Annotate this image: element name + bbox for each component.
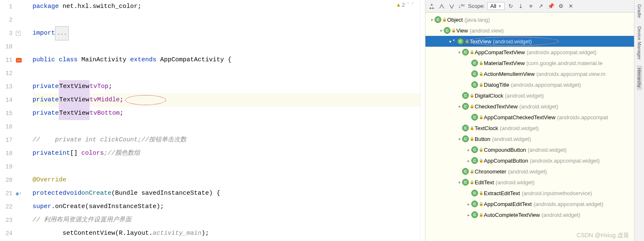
line-number[interactable]: 17	[0, 133, 13, 147]
class-name: ActionMenuItemView	[484, 71, 535, 77]
code-line[interactable]	[33, 67, 420, 80]
line-number[interactable]: 24	[0, 227, 13, 240]
lock-icon: 🔒	[465, 39, 469, 43]
tree-arrow-icon[interactable]: ▾	[456, 50, 462, 55]
fold-toggle-icon[interactable]: +	[16, 31, 20, 36]
tab-device-manager[interactable]: Device Manager	[637, 24, 642, 62]
line-number[interactable]: 21	[0, 187, 13, 200]
code-line[interactable]: import ...	[33, 27, 420, 40]
tree-arrow-icon[interactable]: ▸	[465, 158, 471, 163]
subtypes-icon[interactable]	[448, 3, 455, 10]
code-line[interactable]: private TextView tvTop;	[33, 80, 420, 93]
line-number[interactable]: 10	[0, 40, 13, 53]
sort-icon[interactable]: ↓ªᶻ	[458, 3, 465, 10]
class-hierarchy-icon[interactable]	[428, 3, 435, 10]
editor-marker-bar[interactable]	[420, 0, 425, 241]
tree-arrow-icon[interactable]: ▸	[465, 202, 471, 206]
tree-arrow-icon[interactable]: ▾	[438, 28, 444, 33]
tree-arrow-icon[interactable]: ▾	[447, 39, 453, 44]
tree-arrow-icon[interactable]: ▾	[429, 18, 435, 22]
tree-row-actionmenuitemview[interactable]: C🔒ActionMenuItemView(androidx.appcompat.…	[425, 68, 644, 79]
code-line[interactable]: setContentView(R.layout.activity_main);	[33, 227, 420, 240]
code-line[interactable]: super.onCreate(savedInstanceState);	[33, 200, 420, 213]
line-number[interactable]: 22	[0, 200, 13, 213]
code-line[interactable]	[33, 40, 420, 53]
hierarchy-panel: ↓ªᶻ Scope: All ▼ ↻ ⤓ ≡ ↗ 📌 ⚙ ✕ ▾C🔒Object…	[425, 0, 644, 241]
tree-row-compoundbutton[interactable]: ▸C🔒CompoundButton(android.widget)	[425, 144, 644, 155]
tree-row-appcompatbutton[interactable]: ▸C🔒AppCompatButton(androidx.appcompat.wi…	[425, 155, 644, 166]
gutter-cell	[16, 200, 33, 213]
code-editor[interactable]: package net.hxl.switch_color;import ...p…	[33, 0, 420, 241]
code-line[interactable]: private int[] colors;//颜色数组	[33, 147, 420, 160]
line-number[interactable]: 13	[0, 80, 13, 93]
tree-row-materialtextview[interactable]: C🔒MaterialTextView(com.google.android.ma…	[425, 58, 644, 68]
line-number[interactable]: 12	[0, 67, 13, 80]
hierarchy-tree[interactable]: ▾C🔒Object(java.lang)▾C🔒View(android.view…	[425, 13, 644, 241]
code-line[interactable]: private TextView tvBottom;	[33, 107, 420, 120]
tree-row-chronometer[interactable]: C🔒Chronometer(android.widget)	[425, 166, 644, 177]
scope-dropdown[interactable]: All ▼	[487, 2, 504, 10]
export-icon[interactable]: ↗	[537, 3, 545, 10]
code-line[interactable]	[33, 120, 420, 133]
line-number[interactable]: 19	[0, 160, 13, 173]
line-number[interactable]: 20	[0, 173, 13, 187]
lock-icon: 🔒	[470, 137, 474, 141]
chevron-up-icon[interactable]: ˄	[407, 2, 410, 8]
settings-icon[interactable]: ⚙	[557, 3, 565, 10]
code-line[interactable]: @Override	[33, 173, 420, 187]
code-line[interactable]: package net.hxl.switch_color;	[33, 0, 420, 13]
override-gutter-icon[interactable]: ◉↑	[16, 191, 22, 197]
tree-row-digitalclock[interactable]: C🔒DigitalClock(android.widget)	[425, 90, 644, 101]
gutter-cell	[16, 80, 33, 93]
tree-row-textclock[interactable]: C🔒TextClock(android.widget)	[425, 123, 644, 133]
code-line[interactable]: // 利用布局资源文件设置用户界面	[33, 213, 420, 227]
code-line[interactable]	[33, 160, 420, 173]
tree-arrow-icon[interactable]: ▾	[456, 137, 462, 141]
tree-row-appcompattextview[interactable]: ▾C🔒AppCompatTextView(androidx.appcompat.…	[425, 47, 644, 58]
tree-row-extractedittext[interactable]: C🔒ExtractEditText(android.inputmethodser…	[425, 188, 644, 198]
line-number[interactable]: 14	[0, 93, 13, 107]
tree-arrow-icon[interactable]: ▸	[465, 148, 471, 152]
autoscroll-icon[interactable]: ⤓	[517, 3, 525, 10]
tree-row-view[interactable]: ▾C🔒View(android.view)	[425, 25, 644, 36]
lock-icon: 🔒	[479, 83, 483, 87]
tree-row-edittext[interactable]: ▾C🔒EditText(android.widget)	[425, 177, 644, 188]
code-line[interactable]	[33, 13, 420, 27]
tree-row-appcompatcheckedtextview[interactable]: C🔒AppCompatCheckedTextView(androidx.appc…	[425, 112, 644, 123]
close-icon[interactable]: ✕	[567, 3, 575, 10]
tree-arrow-icon[interactable]: ▸	[465, 213, 471, 217]
inspection-widget[interactable]: ▲ 2 ˄ ˅	[397, 2, 414, 8]
code-line[interactable]: private TextView tvMiddle;	[33, 93, 420, 107]
fold-ellipsis[interactable]: ...	[55, 26, 69, 40]
line-number[interactable]: 1	[0, 0, 13, 13]
gutter-cell	[16, 40, 33, 53]
tab-gradle[interactable]: Gradle	[637, 2, 642, 20]
tree-arrow-icon[interactable]: ▾	[456, 180, 462, 185]
line-number[interactable]: 11	[0, 53, 13, 67]
tree-row-button[interactable]: ▾C🔒Button(android.widget)	[425, 133, 644, 144]
refresh-icon[interactable]: ↻	[507, 3, 515, 10]
code-line[interactable]: // private int clickCount;//按钮单击次数	[33, 133, 420, 147]
line-number[interactable]: 16	[0, 120, 13, 133]
tree-row-appcompatedittext[interactable]: ▸C🔒AppCompatEditText(androidx.appcompat.…	[425, 198, 644, 209]
class-gutter-icon[interactable]: <>	[16, 58, 22, 63]
line-number[interactable]: 18	[0, 147, 13, 160]
tree-row-checkedtextview[interactable]: ▾C🔒CheckedTextView(android.widget)	[425, 101, 644, 112]
line-number[interactable]: 3	[0, 27, 13, 40]
line-number[interactable]: 23	[0, 213, 13, 227]
tree-arrow-icon[interactable]: ▾	[456, 104, 462, 109]
tab-hierarchy[interactable]: Hierarchy	[637, 65, 642, 90]
tree-row-textview[interactable]: ▾*C🔒TextView(android.widget)	[425, 36, 644, 47]
line-number[interactable]: 15	[0, 107, 13, 120]
line-number[interactable]: 2	[0, 13, 13, 27]
tree-row-autocompletetextview[interactable]: ▸C🔒AutoCompleteTextView(android.widget)	[425, 209, 644, 220]
code-line[interactable]: public class MainActivity extends AppCom…	[33, 53, 420, 67]
code-line[interactable]: protected void onCreate(Bundle savedInst…	[33, 187, 420, 200]
tree-row-dialogtitle[interactable]: C🔒DialogTitle(androidx.appcompat.widget)	[425, 79, 644, 90]
expand-all-icon[interactable]: ≡	[527, 3, 535, 10]
chevron-down-icon[interactable]: ˅	[411, 2, 414, 8]
tree-row-object[interactable]: ▾C🔒Object(java.lang)	[425, 14, 644, 25]
class-name: AppCompatButton	[484, 158, 528, 164]
supertypes-icon[interactable]	[438, 3, 445, 10]
pin-icon[interactable]: 📌	[547, 3, 555, 10]
